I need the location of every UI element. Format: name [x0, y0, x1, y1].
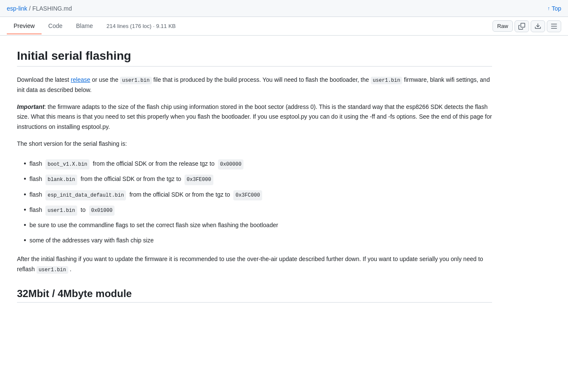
para1-mid: or use the — [90, 76, 120, 83]
up-arrow-icon: ↑ — [547, 6, 550, 11]
li3-middle: from the official SDK or from the tgz to — [129, 190, 230, 200]
top-bar: esp-link / FLASHING.md ↑ Top — [0, 0, 568, 17]
file-meta: 214 lines (176 loc) · 9.11 KB — [106, 23, 492, 29]
download-icon — [534, 23, 541, 30]
tab-code[interactable]: Code — [42, 18, 69, 34]
li3-code1: esp_init_data_default.bin — [45, 190, 126, 200]
paragraph-1: Download the latest release or use the u… — [17, 75, 492, 95]
li4-prefix: flash — [30, 205, 42, 215]
list-item: flash esp_init_data_default.bin from the… — [17, 187, 492, 202]
para1-start: Download the latest — [17, 76, 71, 83]
heading-initial-serial-flashing: Initial serial flashing — [17, 49, 492, 67]
list-item: some of the addresses vary with flash ch… — [17, 233, 492, 247]
raw-button[interactable]: Raw — [492, 20, 513, 32]
li2-code2: 0x3FE000 — [185, 175, 213, 185]
list-item: flash blank.bin from the official SDK or… — [17, 171, 492, 186]
breadcrumb-file: FLASHING.md — [32, 5, 72, 12]
tab-preview[interactable]: Preview — [7, 18, 42, 34]
breadcrumb: esp-link / FLASHING.md — [7, 5, 72, 12]
li2-middle: from the official SDK or from the tgz to — [81, 174, 181, 184]
list-item: be sure to use the commandline flags to … — [17, 217, 492, 232]
li4-code2: 0x01000 — [89, 206, 115, 216]
release-link[interactable]: release — [71, 76, 90, 83]
li6-text: some of the addresses vary with flash ch… — [30, 236, 154, 246]
list-item: flash user1.bin to 0x01000 — [17, 202, 492, 217]
breadcrumb-repo-link[interactable]: esp-link — [7, 5, 27, 12]
para2-rest: : the firmware adapts to the size of the… — [17, 103, 492, 131]
paragraph-3: The short version for the serial flashin… — [17, 139, 492, 149]
li1-code2: 0x00000 — [218, 159, 243, 170]
copy-button[interactable] — [515, 20, 529, 32]
menu-button[interactable] — [547, 20, 561, 32]
tab-bar: Preview Code Blame 214 lines (176 loc) ·… — [0, 17, 568, 36]
li3-code2: 0x3FC000 — [233, 190, 262, 200]
para1-code2: user1.bin — [371, 77, 403, 84]
tab-blame[interactable]: Blame — [69, 18, 100, 34]
top-link[interactable]: ↑ Top — [547, 5, 561, 12]
para4-end: . — [68, 266, 72, 272]
paragraph-2: Important: the firmware adapts to the si… — [17, 102, 492, 132]
main-content: Initial serial flashing Download the lat… — [0, 36, 509, 323]
para4-code: user1.bin — [36, 266, 68, 274]
para1-code1: user1.bin — [120, 77, 152, 84]
bullet-list: flash boot_v1.X.bin from the official SD… — [17, 156, 492, 247]
li2-code1: blank.bin — [45, 175, 77, 185]
copy-icon — [518, 23, 525, 30]
toolbar-right: Raw — [492, 20, 561, 32]
para2-important: Important — [17, 103, 45, 110]
li3-prefix: flash — [30, 190, 42, 200]
li1-prefix: flash — [30, 159, 42, 169]
li1-code1: boot_v1.X.bin — [45, 159, 90, 170]
li4-code1: user1.bin — [45, 206, 77, 216]
li2-prefix: flash — [30, 174, 42, 184]
menu-icon — [551, 23, 557, 30]
li4-middle: to — [81, 205, 86, 215]
download-button[interactable] — [531, 20, 545, 32]
para1-end: file that is produced by the build proce… — [152, 76, 371, 83]
li5-text: be sure to use the commandline flags to … — [30, 220, 278, 231]
li1-middle: from the official SDK or from the releas… — [93, 159, 215, 169]
para4-start: After the initial flashing if you want t… — [17, 256, 483, 272]
heading-32mbit: 32Mbit / 4Mbyte module — [17, 288, 492, 303]
breadcrumb-separator: / — [29, 5, 31, 12]
list-item: flash boot_v1.X.bin from the official SD… — [17, 156, 492, 171]
top-label: Top — [551, 5, 561, 12]
paragraph-4: After the initial flashing if you want t… — [17, 254, 492, 275]
